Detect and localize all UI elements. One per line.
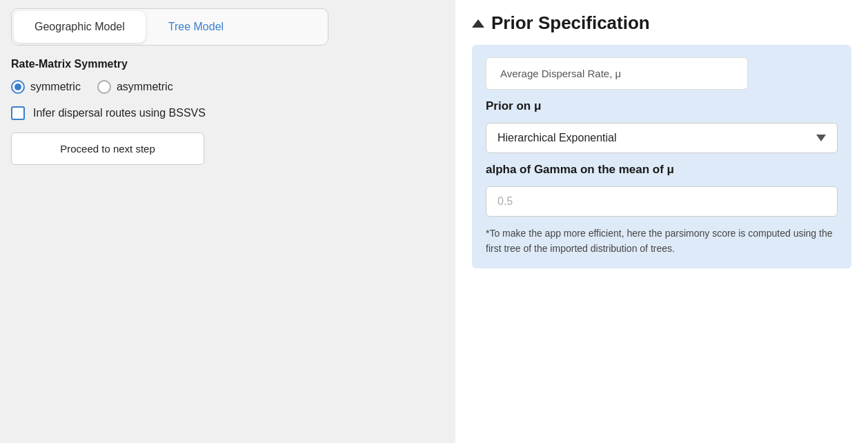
avg-dispersal-box: Average Dispersal Rate, μ <box>486 57 748 90</box>
radio-symmetric[interactable]: symmetric <box>11 80 81 94</box>
radio-circle-symmetric <box>11 80 25 94</box>
tabs-container: Geographic Model Tree Model <box>11 8 328 46</box>
checkbox-box <box>11 106 25 120</box>
symmetry-section: Rate-Matrix Symmetry symmetric asymmetri… <box>11 58 444 94</box>
prior-on-mu-label: Prior on μ <box>486 99 838 113</box>
tab-geographic[interactable]: Geographic Model <box>14 11 146 43</box>
radio-asymmetric[interactable]: asymmetric <box>97 80 173 94</box>
radio-symmetric-label: symmetric <box>30 81 81 93</box>
prior-spec-header: Prior Specification <box>472 12 851 34</box>
infer-dispersal-label: Infer dispersal routes using BSSVS <box>33 107 206 119</box>
prior-spec-title: Prior Specification <box>491 12 650 34</box>
chevron-up-icon <box>472 19 484 28</box>
infer-dispersal-checkbox[interactable]: Infer dispersal routes using BSSVS <box>11 106 444 120</box>
rate-matrix-label: Rate-Matrix Symmetry <box>11 58 444 70</box>
alpha-gamma-label: alpha of Gamma on the mean of μ <box>486 163 838 177</box>
prior-content: Average Dispersal Rate, μ Prior on μ Hie… <box>472 45 851 268</box>
avg-dispersal-label: Average Dispersal Rate, μ <box>500 68 621 79</box>
tab-tree[interactable]: Tree Model <box>148 9 244 45</box>
left-panel: Geographic Model Tree Model Rate-Matrix … <box>0 0 455 443</box>
note-text: *To make the app more efficient, here th… <box>486 226 838 256</box>
radio-group: symmetric asymmetric <box>11 80 444 94</box>
radio-asymmetric-label: asymmetric <box>117 81 173 93</box>
alpha-input[interactable] <box>486 186 838 217</box>
dropdown-arrow-icon <box>816 135 826 141</box>
proceed-button[interactable]: Proceed to next step <box>11 132 204 165</box>
radio-circle-asymmetric <box>97 80 111 94</box>
prior-dropdown[interactable]: Hierarchical Exponential <box>486 123 838 153</box>
right-panel: Prior Specification Average Dispersal Ra… <box>455 0 868 443</box>
prior-dropdown-value: Hierarchical Exponential <box>497 132 617 144</box>
